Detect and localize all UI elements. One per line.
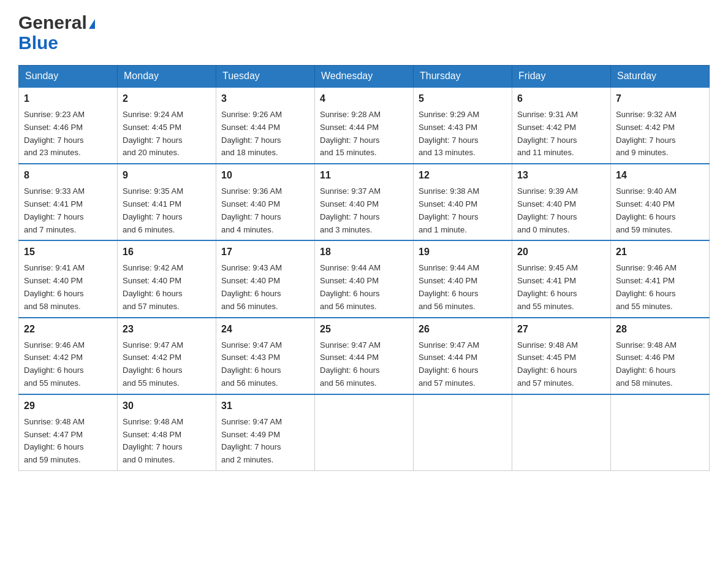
- weekday-header-sunday: Sunday: [19, 66, 118, 88]
- day-number: 3: [221, 91, 309, 106]
- calendar-cell: 1Sunrise: 9:23 AMSunset: 4:46 PMDaylight…: [19, 87, 118, 164]
- logo-blue-text: Blue: [18, 33, 58, 53]
- calendar-cell: 10Sunrise: 9:36 AMSunset: 4:40 PMDayligh…: [216, 164, 315, 240]
- day-number: 24: [221, 322, 309, 337]
- calendar-cell: 2Sunrise: 9:24 AMSunset: 4:45 PMDaylight…: [118, 87, 216, 164]
- calendar-cell: 31Sunrise: 9:47 AMSunset: 4:49 PMDayligh…: [216, 394, 315, 471]
- day-number: 6: [517, 91, 605, 106]
- week-row-2: 8Sunrise: 9:33 AMSunset: 4:41 PMDaylight…: [19, 164, 710, 240]
- week-row-4: 22Sunrise: 9:46 AMSunset: 4:42 PMDayligh…: [19, 318, 710, 394]
- day-number: 18: [320, 245, 408, 259]
- day-info: Sunrise: 9:31 AMSunset: 4:42 PMDaylight:…: [517, 110, 578, 157]
- day-number: 25: [320, 322, 408, 337]
- calendar-cell: 29Sunrise: 9:48 AMSunset: 4:47 PMDayligh…: [19, 394, 118, 471]
- calendar-cell: [315, 394, 414, 471]
- calendar-cell: 24Sunrise: 9:47 AMSunset: 4:43 PMDayligh…: [216, 318, 315, 394]
- day-info: Sunrise: 9:47 AMSunset: 4:42 PMDaylight:…: [123, 340, 183, 388]
- day-number: 27: [517, 322, 605, 337]
- week-row-3: 15Sunrise: 9:41 AMSunset: 4:40 PMDayligh…: [19, 240, 710, 317]
- logo: General Blue: [18, 12, 95, 53]
- calendar-cell: 25Sunrise: 9:47 AMSunset: 4:44 PMDayligh…: [315, 318, 414, 394]
- calendar-cell: 22Sunrise: 9:46 AMSunset: 4:42 PMDayligh…: [19, 318, 118, 394]
- calendar-cell: 15Sunrise: 9:41 AMSunset: 4:40 PMDayligh…: [19, 240, 118, 317]
- weekday-header-saturday: Saturday: [611, 66, 710, 88]
- weekday-header-tuesday: Tuesday: [216, 66, 315, 88]
- day-info: Sunrise: 9:48 AMSunset: 4:45 PMDaylight:…: [517, 340, 578, 388]
- day-number: 21: [616, 245, 704, 259]
- calendar-cell: 20Sunrise: 9:45 AMSunset: 4:41 PMDayligh…: [512, 240, 611, 317]
- day-number: 11: [320, 168, 408, 183]
- day-number: 26: [419, 322, 507, 337]
- calendar-cell: [414, 394, 512, 471]
- day-number: 9: [123, 168, 211, 183]
- day-number: 2: [123, 91, 211, 106]
- day-info: Sunrise: 9:29 AMSunset: 4:43 PMDaylight:…: [419, 110, 479, 157]
- day-number: 5: [419, 91, 507, 106]
- page-header: General Blue: [18, 12, 710, 53]
- week-row-5: 29Sunrise: 9:48 AMSunset: 4:47 PMDayligh…: [19, 394, 710, 471]
- day-info: Sunrise: 9:42 AMSunset: 4:40 PMDaylight:…: [123, 263, 183, 310]
- calendar-cell: 17Sunrise: 9:43 AMSunset: 4:40 PMDayligh…: [216, 240, 315, 317]
- calendar-cell: 5Sunrise: 9:29 AMSunset: 4:43 PMDaylight…: [414, 87, 512, 164]
- day-info: Sunrise: 9:43 AMSunset: 4:40 PMDaylight:…: [221, 263, 282, 310]
- calendar-cell: 6Sunrise: 9:31 AMSunset: 4:42 PMDaylight…: [512, 87, 611, 164]
- day-info: Sunrise: 9:41 AMSunset: 4:40 PMDaylight:…: [24, 263, 85, 310]
- day-info: Sunrise: 9:37 AMSunset: 4:40 PMDaylight:…: [320, 186, 381, 234]
- calendar-cell: 9Sunrise: 9:35 AMSunset: 4:41 PMDaylight…: [118, 164, 216, 240]
- calendar-cell: 7Sunrise: 9:32 AMSunset: 4:42 PMDaylight…: [611, 87, 710, 164]
- calendar-cell: 18Sunrise: 9:44 AMSunset: 4:40 PMDayligh…: [315, 240, 414, 317]
- day-info: Sunrise: 9:40 AMSunset: 4:40 PMDaylight:…: [616, 186, 677, 234]
- day-info: Sunrise: 9:44 AMSunset: 4:40 PMDaylight:…: [320, 263, 381, 310]
- day-info: Sunrise: 9:35 AMSunset: 4:41 PMDaylight:…: [123, 186, 183, 234]
- calendar-cell: 8Sunrise: 9:33 AMSunset: 4:41 PMDaylight…: [19, 164, 118, 240]
- day-info: Sunrise: 9:24 AMSunset: 4:45 PMDaylight:…: [123, 110, 183, 157]
- day-info: Sunrise: 9:46 AMSunset: 4:42 PMDaylight:…: [24, 340, 85, 388]
- calendar-cell: 19Sunrise: 9:44 AMSunset: 4:40 PMDayligh…: [414, 240, 512, 317]
- day-number: 15: [24, 245, 112, 259]
- week-row-1: 1Sunrise: 9:23 AMSunset: 4:46 PMDaylight…: [19, 87, 710, 164]
- day-number: 31: [221, 399, 309, 413]
- calendar-cell: 12Sunrise: 9:38 AMSunset: 4:40 PMDayligh…: [414, 164, 512, 240]
- calendar-cell: 4Sunrise: 9:28 AMSunset: 4:44 PMDaylight…: [315, 87, 414, 164]
- day-info: Sunrise: 9:38 AMSunset: 4:40 PMDaylight:…: [419, 186, 479, 234]
- day-number: 10: [221, 168, 309, 183]
- calendar-cell: 13Sunrise: 9:39 AMSunset: 4:40 PMDayligh…: [512, 164, 611, 240]
- day-info: Sunrise: 9:47 AMSunset: 4:43 PMDaylight:…: [221, 340, 282, 388]
- day-number: 23: [123, 322, 211, 337]
- day-number: 29: [24, 399, 112, 413]
- day-number: 8: [24, 168, 112, 183]
- calendar-cell: 21Sunrise: 9:46 AMSunset: 4:41 PMDayligh…: [611, 240, 710, 317]
- day-number: 30: [123, 399, 211, 413]
- weekday-header-friday: Friday: [512, 66, 611, 88]
- calendar-cell: 28Sunrise: 9:48 AMSunset: 4:46 PMDayligh…: [611, 318, 710, 394]
- calendar-cell: [512, 394, 611, 471]
- day-info: Sunrise: 9:48 AMSunset: 4:47 PMDaylight:…: [24, 417, 85, 464]
- day-info: Sunrise: 9:47 AMSunset: 4:44 PMDaylight:…: [320, 340, 381, 388]
- day-number: 17: [221, 245, 309, 259]
- day-number: 22: [24, 322, 112, 337]
- day-info: Sunrise: 9:46 AMSunset: 4:41 PMDaylight:…: [616, 263, 677, 310]
- day-info: Sunrise: 9:32 AMSunset: 4:42 PMDaylight:…: [616, 110, 677, 157]
- day-info: Sunrise: 9:26 AMSunset: 4:44 PMDaylight:…: [221, 110, 282, 157]
- calendar-table: SundayMondayTuesdayWednesdayThursdayFrid…: [18, 65, 710, 471]
- day-info: Sunrise: 9:36 AMSunset: 4:40 PMDaylight:…: [221, 186, 282, 234]
- day-info: Sunrise: 9:33 AMSunset: 4:41 PMDaylight:…: [24, 186, 85, 234]
- calendar-cell: 11Sunrise: 9:37 AMSunset: 4:40 PMDayligh…: [315, 164, 414, 240]
- day-number: 13: [517, 168, 605, 183]
- day-number: 12: [419, 168, 507, 183]
- day-number: 16: [123, 245, 211, 259]
- logo-general-text: General: [18, 12, 95, 33]
- calendar-cell: 26Sunrise: 9:47 AMSunset: 4:44 PMDayligh…: [414, 318, 512, 394]
- day-number: 19: [419, 245, 507, 259]
- day-number: 1: [24, 91, 112, 106]
- day-number: 14: [616, 168, 704, 183]
- day-info: Sunrise: 9:47 AMSunset: 4:49 PMDaylight:…: [221, 417, 282, 464]
- calendar-cell: 27Sunrise: 9:48 AMSunset: 4:45 PMDayligh…: [512, 318, 611, 394]
- day-number: 4: [320, 91, 408, 106]
- calendar-cell: 23Sunrise: 9:47 AMSunset: 4:42 PMDayligh…: [118, 318, 216, 394]
- weekday-header-thursday: Thursday: [414, 66, 512, 88]
- calendar-cell: 16Sunrise: 9:42 AMSunset: 4:40 PMDayligh…: [118, 240, 216, 317]
- day-info: Sunrise: 9:48 AMSunset: 4:48 PMDaylight:…: [123, 417, 183, 464]
- calendar-cell: 3Sunrise: 9:26 AMSunset: 4:44 PMDaylight…: [216, 87, 315, 164]
- day-info: Sunrise: 9:45 AMSunset: 4:41 PMDaylight:…: [517, 263, 578, 310]
